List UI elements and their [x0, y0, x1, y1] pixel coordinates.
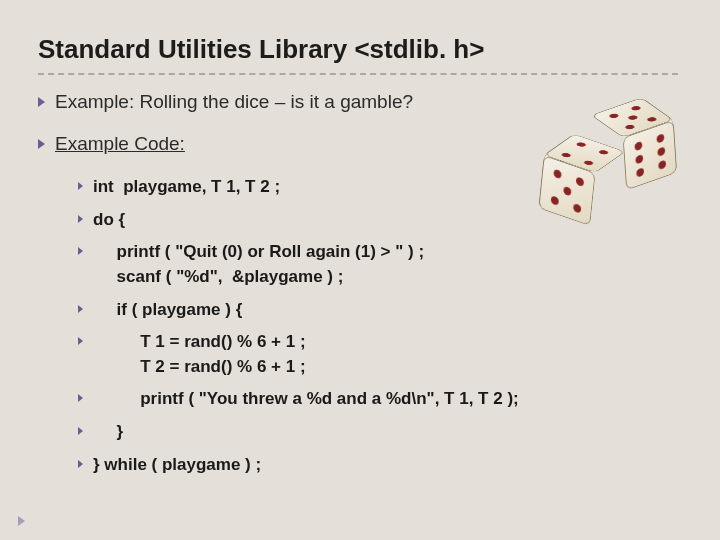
triangle-icon — [78, 305, 83, 313]
title-divider — [38, 73, 678, 75]
triangle-icon — [38, 139, 45, 149]
code-text: if ( playgame ) { — [93, 298, 242, 323]
code-line: printf ( "Quit (0) or Roll again (1) > "… — [78, 240, 682, 289]
triangle-icon — [78, 247, 83, 255]
triangle-icon — [78, 215, 83, 223]
code-text: printf ( "Quit (0) or Roll again (1) > "… — [93, 240, 424, 289]
code-text: } while ( playgame ) ; — [93, 453, 261, 478]
triangle-icon — [78, 460, 83, 468]
triangle-icon — [78, 182, 83, 190]
die-icon — [607, 109, 661, 179]
code-line: T 1 = rand() % 6 + 1 ; T 2 = rand() % 6 … — [78, 330, 682, 379]
code-line: } — [78, 420, 682, 445]
die-icon — [553, 144, 610, 215]
code-line: if ( playgame ) { — [78, 298, 682, 323]
code-block: int playgame, T 1, T 2 ; do { printf ( "… — [78, 175, 682, 477]
code-text: } — [93, 420, 123, 445]
code-text: int playgame, T 1, T 2 ; — [93, 175, 280, 200]
bullet-text: Example Code: — [55, 133, 185, 155]
corner-chevron-icon — [18, 516, 25, 526]
bullet-text: Example: Rolling the dice – is it a gamb… — [55, 91, 413, 113]
code-line: printf ( "You threw a %d and a %d\n", T … — [78, 387, 682, 412]
triangle-icon — [38, 97, 45, 107]
triangle-icon — [78, 337, 83, 345]
code-line: } while ( playgame ) ; — [78, 453, 682, 478]
code-text: do { — [93, 208, 125, 233]
slide: Standard Utilities Library <stdlib. h> E… — [0, 0, 720, 540]
dice-illustration — [546, 110, 686, 220]
code-text: printf ( "You threw a %d and a %d\n", T … — [93, 387, 519, 412]
triangle-icon — [78, 427, 83, 435]
slide-title: Standard Utilities Library <stdlib. h> — [38, 34, 682, 65]
triangle-icon — [78, 394, 83, 402]
code-text: T 1 = rand() % 6 + 1 ; T 2 = rand() % 6 … — [93, 330, 306, 379]
